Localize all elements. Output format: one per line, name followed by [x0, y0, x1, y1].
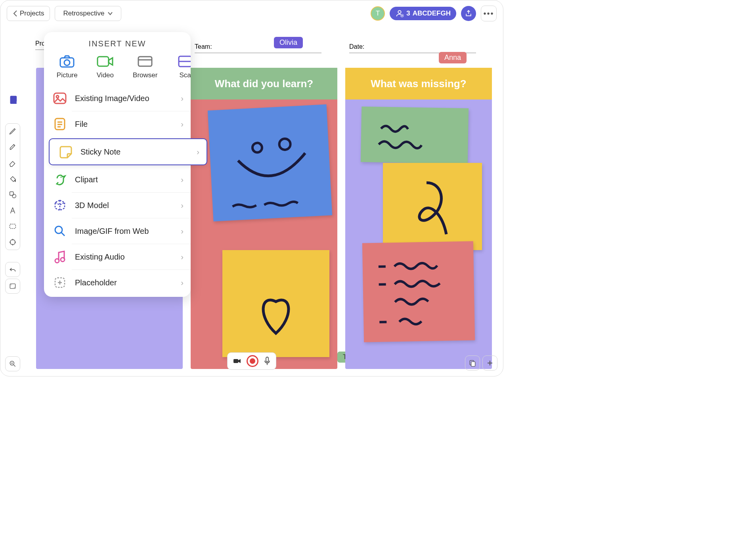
insert-audio[interactable]: Existing Audio ›: [44, 244, 191, 269]
chevron-right-icon: ›: [181, 120, 184, 129]
sticky-note[interactable]: [383, 163, 482, 250]
insert-icon: [5, 92, 20, 107]
highlighter-tool[interactable]: [8, 143, 17, 151]
chevron-right-icon: ›: [181, 227, 184, 236]
eraser-tool[interactable]: [8, 159, 17, 167]
add-page[interactable]: [482, 355, 497, 371]
bird-icon: [53, 173, 67, 186]
pencil-icon: [8, 127, 17, 136]
undo-button[interactable]: [5, 262, 20, 277]
paint-bucket-icon: [8, 174, 17, 183]
pages-icon: [469, 359, 476, 367]
insert-list: Existing Image/Video › File › Sticky Not…: [44, 86, 191, 295]
sticky-note[interactable]: [362, 241, 475, 342]
marquee-icon: [8, 222, 17, 231]
document-name-dropdown[interactable]: Retrospective: [55, 6, 121, 21]
insert-button[interactable]: [4, 92, 21, 107]
insert-clipart[interactable]: Clipart ›: [44, 167, 191, 192]
tool-rail: [5, 123, 20, 250]
insert-video[interactable]: Video: [96, 55, 114, 79]
svg-point-12: [252, 143, 262, 153]
chevron-right-icon: ›: [197, 147, 199, 157]
svg-point-5: [12, 194, 16, 198]
scribble-icon: [361, 107, 469, 164]
svg-rect-19: [54, 93, 66, 103]
camera-small-icon: [233, 358, 241, 364]
page-icon: [9, 282, 17, 290]
svg-rect-27: [233, 359, 238, 363]
select-tool[interactable]: [8, 222, 17, 231]
insert-placeholder[interactable]: Placeholder ›: [44, 270, 191, 295]
audio-icon: [54, 250, 66, 264]
eraser-icon: [8, 159, 17, 167]
insert-browser[interactable]: Browser: [133, 55, 157, 79]
mic-toggle[interactable]: [264, 357, 270, 365]
chevron-right-icon: ›: [181, 201, 184, 210]
chevron-right-icon: ›: [181, 94, 184, 103]
shapes-tool[interactable]: [8, 190, 17, 199]
svg-point-23: [55, 226, 62, 233]
svg-point-10: [14, 287, 15, 288]
svg-point-22: [61, 177, 62, 178]
mic-icon: [264, 357, 270, 365]
browser-icon: [137, 55, 153, 67]
sticky-note[interactable]: [208, 104, 332, 221]
target-icon: [8, 238, 17, 247]
list-scribble-icon: [362, 241, 475, 342]
user-cursor-anna: Anna: [439, 52, 467, 63]
placeholder-icon: [54, 276, 66, 289]
insert-picture[interactable]: Picture: [57, 55, 78, 79]
page-view-button[interactable]: [5, 279, 20, 294]
insert-scan[interactable]: Sca: [176, 55, 191, 79]
insert-3d-model[interactable]: 3D Model ›: [44, 193, 191, 218]
pencil-tool[interactable]: [8, 127, 17, 136]
zoom-button[interactable]: [5, 356, 20, 371]
back-button[interactable]: Projects: [7, 6, 50, 21]
text-icon: [8, 206, 17, 215]
chevron-right-icon: ›: [181, 252, 184, 262]
loop-drawing-icon: [383, 163, 482, 250]
record-button[interactable]: [247, 355, 258, 367]
svg-point-15: [64, 60, 70, 65]
svg-rect-6: [10, 224, 16, 229]
page-controls: [465, 355, 497, 371]
search-icon: [54, 225, 66, 237]
column-header: What did you learn?: [191, 68, 337, 99]
insert-sticky-note[interactable]: Sticky Note ›: [49, 138, 207, 165]
insert-existing-media[interactable]: Existing Image/Video ›: [44, 86, 191, 111]
top-bar: Projects Retrospective T 3 ABCDEFGH •••: [0, 0, 503, 27]
svg-rect-3: [10, 96, 17, 105]
target-tool[interactable]: [8, 238, 17, 247]
smiley-drawing-icon: [208, 104, 332, 221]
user-cursor-olivia: Olivia: [274, 37, 303, 48]
fill-tool[interactable]: [8, 174, 17, 183]
sticky-note[interactable]: [361, 107, 469, 164]
popover-title: INSERT NEW: [44, 39, 191, 48]
more-button[interactable]: •••: [481, 6, 497, 21]
file-icon: [54, 117, 66, 131]
collaborators-pill[interactable]: 3 ABCDEFGH: [390, 7, 456, 20]
camera-icon: [59, 55, 75, 68]
page-thumbnails[interactable]: [465, 355, 480, 371]
share-icon: [465, 10, 472, 17]
insert-file[interactable]: File ›: [44, 111, 191, 137]
camera-toggle[interactable]: [233, 358, 241, 364]
scan-icon: [177, 55, 191, 68]
column-header: What was missing?: [345, 68, 492, 99]
share-button[interactable]: [461, 6, 476, 21]
svg-point-24: [55, 259, 59, 263]
sticky-note[interactable]: [222, 250, 329, 357]
user-avatar[interactable]: T: [371, 6, 385, 21]
back-label: Projects: [20, 10, 44, 17]
chevron-right-icon: ›: [181, 175, 184, 184]
chevron-left-icon: [13, 10, 17, 17]
svg-point-13: [279, 138, 291, 150]
svg-point-20: [56, 96, 59, 98]
undo-icon: [9, 266, 17, 273]
svg-point-25: [61, 258, 65, 262]
person-add-icon: [395, 9, 404, 18]
text-tool[interactable]: [8, 206, 17, 215]
insert-popover: INSERT NEW Picture Video Browser Sca Exi…: [44, 32, 191, 297]
insert-web-image[interactable]: Image/GIF from Web ›: [44, 218, 191, 244]
svg-rect-28: [266, 357, 268, 362]
